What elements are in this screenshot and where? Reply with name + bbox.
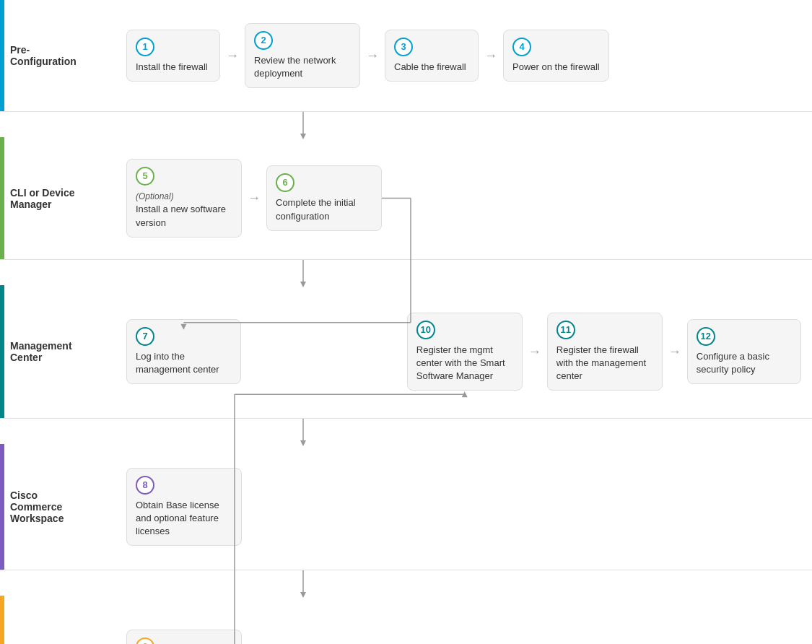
row-cisco-commerce: CiscoCommerceWorkspace 8 Obtain Base lic… — [0, 444, 812, 570]
step-6-title: Complete the initial configuration — [276, 196, 372, 222]
step-4-box: 4 Power on the firewall — [503, 30, 609, 82]
row-mgmt: ManagementCenter 7 Log into the manageme… — [0, 285, 812, 419]
arrow-2-3 — [366, 48, 379, 64]
row-content-pre-config: 1 Install the firewall 2 Review the netw… — [115, 0, 812, 111]
step-11-box: 11 Register the firewall with the manage… — [547, 313, 663, 391]
step-7-title: Log into the management center — [136, 350, 232, 376]
row-cli-device: CLI or DeviceManager 5 (Optional)Install… — [0, 137, 812, 260]
connector-svg-2-3 — [0, 260, 812, 285]
row-content-mgmt: 7 Log into the management center 10 Regi… — [115, 285, 812, 418]
step-8-title: Obtain Base license and optional feature… — [136, 499, 232, 539]
step-1-title: Install the firewall — [136, 61, 211, 74]
step-3-title: Cable the firewall — [394, 61, 469, 74]
row-label-mgmt: ManagementCenter — [0, 285, 115, 418]
row-label-cli: CLI or DeviceManager — [0, 137, 115, 259]
arrow-5-6 — [248, 191, 261, 206]
row-content-cisco: 8 Obtain Base license and optional featu… — [115, 444, 812, 570]
connector-1-2 — [0, 112, 812, 137]
step-6-box: 6 Complete the initial configuration — [266, 165, 382, 230]
connector-4-5 — [0, 570, 812, 596]
step-9-box: 9 Generate a license token for the manag… — [126, 630, 242, 644]
step-11-number: 11 — [556, 321, 575, 339]
step-5-optional: (Optional)Install a new software version — [136, 190, 232, 230]
row-label-smart: SmartSoftwareManager — [0, 596, 115, 644]
step-10-title: Register the mgmt center with the Smart … — [416, 344, 513, 383]
step-4-title: Power on the firewall — [512, 61, 600, 74]
connector-svg-1-2 — [0, 112, 812, 137]
step-3-number: 3 — [394, 38, 413, 56]
connector-3-4 — [0, 419, 812, 444]
step-1-box: 1 Install the firewall — [126, 30, 220, 82]
step-8-number: 8 — [136, 476, 154, 495]
diagram-container: Pre-Configuration 1 Install the firewall… — [0, 0, 812, 644]
arrow-11-12 — [668, 344, 681, 360]
step-5-number: 5 — [136, 167, 154, 186]
step-11-title: Register the firewall with the managemen… — [556, 344, 653, 383]
connector-svg-3-4 — [0, 419, 812, 444]
step-12-box: 12 Configure a basic security policy — [687, 319, 801, 384]
step-12-number: 12 — [697, 327, 715, 346]
connector-2-3 — [0, 260, 812, 285]
step-12-title: Configure a basic security policy — [697, 350, 792, 376]
arrow-10-11 — [528, 344, 541, 360]
step-2-number: 2 — [254, 31, 273, 50]
step-10-number: 10 — [416, 321, 435, 339]
row-content-cli: 5 (Optional)Install a new software versi… — [115, 137, 812, 259]
row-smart-sw: SmartSoftwareManager 9 Generate a licens… — [0, 596, 812, 644]
step-7-number: 7 — [136, 327, 154, 346]
row-pre-config: Pre-Configuration 1 Install the firewall… — [0, 0, 812, 112]
arrow-1-2 — [226, 48, 239, 64]
connector-svg-4-5 — [0, 570, 812, 596]
step-8-box: 8 Obtain Base license and optional featu… — [126, 468, 242, 547]
step-2-box: 2 Review the network deployment — [245, 23, 360, 88]
step-2-title: Review the network deployment — [254, 54, 351, 80]
step-1-number: 1 — [136, 38, 154, 56]
step-6-number: 6 — [276, 173, 294, 192]
row-content-smart: 9 Generate a license token for the manag… — [115, 596, 812, 644]
step-5-box: 5 (Optional)Install a new software versi… — [126, 159, 242, 238]
arrow-3-4 — [484, 48, 497, 64]
step-9-number: 9 — [136, 638, 154, 644]
step-4-number: 4 — [512, 38, 531, 56]
row-label-cisco: CiscoCommerceWorkspace — [0, 444, 115, 570]
row-label-pre-config: Pre-Configuration — [0, 0, 115, 111]
step-3-box: 3 Cable the firewall — [385, 30, 479, 82]
step-7-box: 7 Log into the management center — [126, 319, 241, 384]
step-10-box: 10 Register the mgmt center with the Sma… — [407, 313, 523, 391]
